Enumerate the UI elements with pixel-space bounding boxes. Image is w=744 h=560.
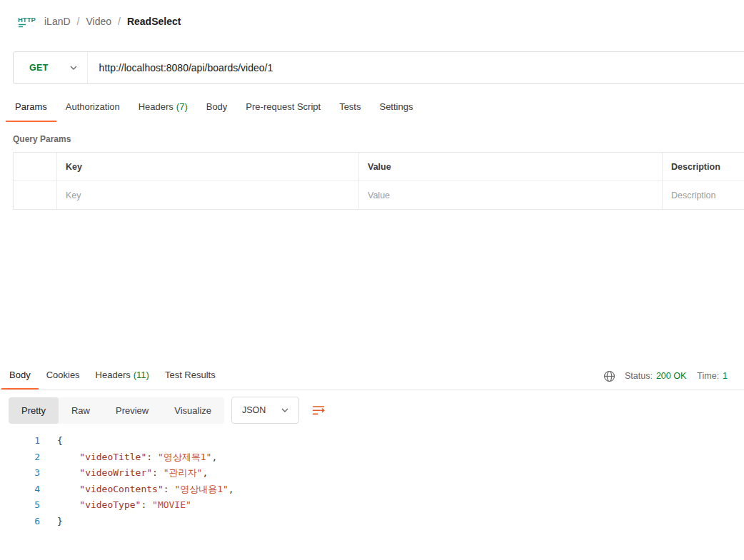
url-input[interactable]: [88, 52, 744, 83]
tab-label: Headers: [139, 101, 174, 112]
view-mode-group: Pretty Raw Preview Visualize: [9, 397, 224, 424]
response-meta: Status: 200 OK Time: 1: [603, 362, 728, 390]
line-number: 1: [0, 433, 40, 449]
code-line: {: [57, 433, 234, 449]
tab-settings[interactable]: Settings: [370, 94, 422, 122]
breadcrumb-separator: /: [77, 16, 80, 27]
code-content: { "videoTitle": "영상제목1", "videoWriter": …: [40, 433, 234, 530]
headers-count-badge: (7): [176, 101, 188, 112]
line-number: 6: [0, 514, 40, 530]
tab-label: Test Results: [165, 370, 216, 380]
time-value: 1: [723, 371, 728, 381]
chevron-down-icon: [70, 66, 77, 70]
view-mode-raw[interactable]: Raw: [59, 397, 103, 424]
time-label: Time:: [697, 371, 719, 381]
method-label: GET: [29, 63, 49, 73]
column-header-value: Value: [358, 153, 662, 181]
breadcrumb-item-collection[interactable]: Video: [86, 16, 111, 27]
param-value-input[interactable]: [368, 190, 653, 200]
code-line: "videoTitle": "영상제목1",: [57, 449, 234, 466]
code-line: }: [57, 514, 234, 530]
tab-pre-request-script[interactable]: Pre-request Script: [236, 94, 330, 122]
breadcrumb: iLanD / Video / ReadSelect: [44, 16, 181, 27]
code-gutter: 123456: [0, 433, 40, 530]
line-number: 5: [0, 497, 40, 514]
param-description-input[interactable]: [671, 190, 735, 200]
tab-headers[interactable]: Headers(7): [129, 94, 197, 122]
response-tabs: Body Cookies Headers(11) Test Results St…: [0, 362, 744, 390]
line-number: 4: [0, 482, 40, 498]
wrap-text-icon: [311, 404, 326, 416]
param-value-cell: [358, 181, 662, 209]
code-line: "videoType": "MOVIE": [57, 497, 234, 514]
select-all-column-header: [14, 153, 56, 181]
query-params-table: Key Value Description: [13, 152, 744, 210]
http-request-icon: HTTP: [17, 14, 36, 29]
request-url-bar: GET: [13, 51, 744, 84]
response-toolbar: Pretty Raw Preview Visualize JSON: [9, 397, 744, 424]
breadcrumb-item-workspace[interactable]: iLanD: [44, 16, 71, 27]
line-number: 2: [0, 449, 40, 466]
response-tab-cookies[interactable]: Cookies: [39, 362, 88, 390]
tab-authorization[interactable]: Authorization: [56, 94, 129, 122]
column-header-key: Key: [56, 153, 358, 181]
response-tab-test-results[interactable]: Test Results: [157, 362, 223, 390]
code-line: "videoWriter": "관리자",: [57, 465, 234, 482]
response-tab-body[interactable]: Body: [1, 362, 39, 390]
column-header-description: Description: [662, 153, 744, 181]
network-info-globe-icon[interactable]: [603, 370, 615, 382]
line-number: 3: [0, 465, 40, 482]
response-headers-count-badge: (11): [134, 370, 149, 380]
request-tabs: Params Authorization Headers(7) Body Pre…: [6, 94, 744, 122]
tab-label: Headers: [96, 370, 131, 380]
view-mode-preview[interactable]: Preview: [103, 397, 161, 424]
chevron-down-icon: [281, 408, 288, 412]
tab-label: Cookies: [46, 370, 80, 380]
breadcrumb-separator: /: [118, 16, 121, 27]
row-checkbox-cell: [14, 181, 56, 209]
wrap-text-button[interactable]: [308, 399, 329, 421]
response-tab-headers[interactable]: Headers(11): [88, 362, 157, 390]
tab-tests[interactable]: Tests: [330, 94, 370, 122]
response-body-viewer[interactable]: 123456 { "videoTitle": "영상제목1", "videoWr…: [0, 433, 744, 530]
tab-label: Pre-request Script: [246, 101, 321, 112]
response-panel: Body Cookies Headers(11) Test Results St…: [0, 362, 744, 560]
svg-text:HTTP: HTTP: [18, 16, 36, 24]
status-value: 200 OK: [656, 371, 686, 381]
tab-label: Tests: [339, 101, 361, 112]
view-mode-visualize[interactable]: Visualize: [161, 397, 224, 424]
format-label: JSON: [242, 405, 266, 415]
format-dropdown[interactable]: JSON: [231, 397, 299, 424]
code-line: "videoContents": "영상내용1",: [57, 482, 234, 498]
param-key-cell: [56, 181, 358, 209]
breadcrumb-current-request: ReadSelect: [127, 16, 181, 27]
tab-label: Body: [206, 101, 228, 112]
view-mode-pretty[interactable]: Pretty: [9, 397, 59, 424]
query-params-title: Query Params: [13, 134, 744, 144]
tab-params[interactable]: Params: [6, 94, 56, 122]
tab-body[interactable]: Body: [197, 94, 237, 122]
param-key-input[interactable]: [66, 190, 350, 200]
param-description-cell: [662, 181, 744, 209]
tab-label: Authorization: [66, 101, 120, 112]
breadcrumb-bar: HTTP iLanD / Video / ReadSelect: [0, 0, 744, 43]
method-dropdown[interactable]: GET: [14, 52, 88, 83]
tab-label: Settings: [379, 101, 413, 112]
status-label: Status:: [625, 371, 653, 381]
tab-label: Body: [9, 370, 31, 380]
tab-label: Params: [15, 101, 47, 112]
